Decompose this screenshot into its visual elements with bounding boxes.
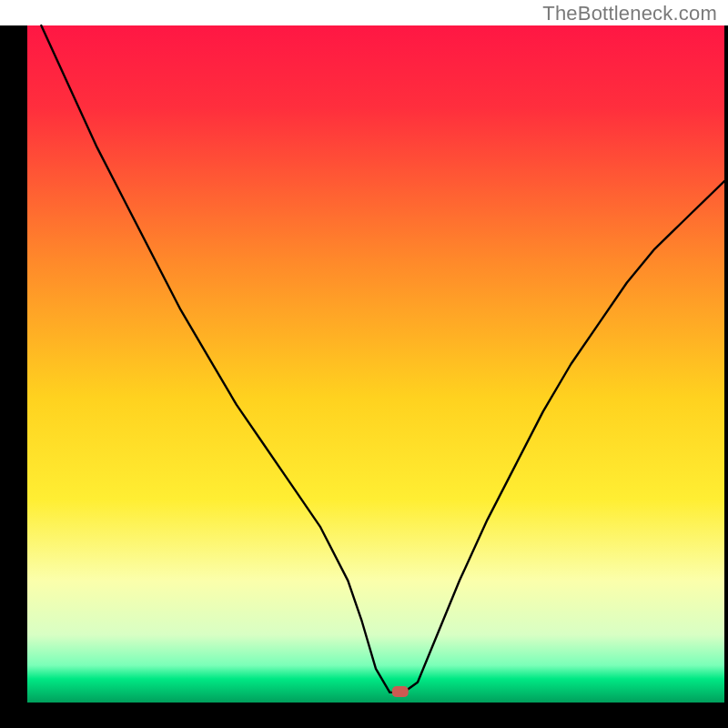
chart-container: TheBottleneck.com [0, 0, 728, 728]
optimal-point-marker [392, 686, 409, 697]
watermark-text: TheBottleneck.com [542, 2, 717, 25]
plot-area [27, 25, 724, 703]
bottleneck-chart [0, 0, 728, 728]
